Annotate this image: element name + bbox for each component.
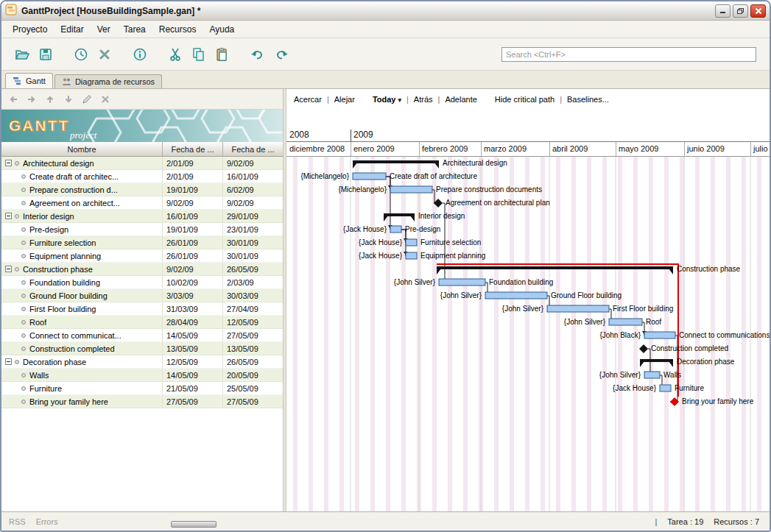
rss-link[interactable]: RSS xyxy=(9,517,26,526)
redo-button[interactable] xyxy=(270,43,293,66)
expander-icon[interactable] xyxy=(5,358,12,365)
schedule-button[interactable] xyxy=(69,43,93,66)
menu-proyecto[interactable]: Proyecto xyxy=(6,22,54,37)
task-bar[interactable] xyxy=(644,372,660,378)
expander-icon[interactable] xyxy=(5,213,12,219)
menu-recursos[interactable]: Recursos xyxy=(152,22,203,37)
weekend-stripe xyxy=(434,157,437,511)
task-row[interactable]: Equipment planning26/01/0930/01/09 xyxy=(1,249,283,263)
column-header-end[interactable]: Fecha de ... xyxy=(223,142,284,156)
task-row[interactable]: Interior design16/01/0929/01/09 xyxy=(1,210,283,223)
task-row[interactable]: First Floor building31/03/0927/04/09 xyxy=(1,302,283,316)
errors-link[interactable]: Errors xyxy=(36,517,58,526)
summary-bar[interactable] xyxy=(437,266,673,269)
task-row[interactable]: Walls14/05/0920/05/09 xyxy=(1,369,283,382)
task-row[interactable]: Prepare construction d...19/01/096/02/09 xyxy=(1,183,283,196)
task-bar[interactable] xyxy=(406,239,417,246)
task-date: 27/05/09 xyxy=(223,329,283,341)
baselines-button[interactable]: Baselines... xyxy=(567,95,609,104)
indent-right-button[interactable] xyxy=(24,91,40,107)
task-bar[interactable] xyxy=(660,385,671,391)
task-row[interactable]: Ground Floor building3/03/0930/03/09 xyxy=(1,289,283,302)
open-project-button[interactable] xyxy=(10,43,34,66)
menu-ver[interactable]: Ver xyxy=(91,22,117,37)
task-row[interactable]: Furniture selection26/01/0930/01/09 xyxy=(1,236,283,249)
task-bar[interactable] xyxy=(406,252,417,259)
task-bar[interactable] xyxy=(609,319,642,325)
copy-button[interactable] xyxy=(187,43,211,66)
minimize-button[interactable] xyxy=(715,4,730,18)
task-bar[interactable] xyxy=(390,186,432,193)
task-name: Agreement on architect... xyxy=(29,199,120,208)
cut-button[interactable] xyxy=(163,43,187,66)
task-row[interactable]: Bring your family here27/05/0927/05/09 xyxy=(1,395,283,408)
unlink-button[interactable] xyxy=(97,91,113,107)
title-bar[interactable]: GanttProject [HouseBuildingSample.gan] * xyxy=(1,1,770,21)
task-name-cell: Architectural design xyxy=(1,157,163,169)
hide-critical-path-button[interactable]: Hide critical path xyxy=(495,95,555,104)
task-date: 28/04/09 xyxy=(163,316,223,328)
separator xyxy=(401,95,414,104)
gantt-chart-canvas[interactable]: Architectural design{Michelangelo}Create… xyxy=(286,157,770,511)
task-bar[interactable] xyxy=(390,226,401,233)
zoom-in-button[interactable]: Acercar xyxy=(294,95,322,104)
indent-left-button[interactable] xyxy=(5,91,21,107)
task-row[interactable]: Furniture21/05/0925/05/09 xyxy=(1,382,283,395)
task-bar[interactable] xyxy=(353,173,386,180)
task-bar[interactable] xyxy=(485,292,547,299)
expander-icon[interactable] xyxy=(5,160,12,166)
menu-tarea[interactable]: Tarea xyxy=(117,22,152,37)
summary-bar[interactable] xyxy=(384,213,415,216)
close-button[interactable] xyxy=(750,4,766,18)
task-row[interactable]: Roof28/04/0912/05/09 xyxy=(1,316,283,329)
task-row[interactable]: Foundation building10/02/092/03/09 xyxy=(1,276,283,289)
properties-button[interactable] xyxy=(128,43,152,66)
today-dropdown[interactable]: Today▾ xyxy=(373,95,401,104)
task-bar[interactable] xyxy=(547,305,609,312)
horizontal-scrollbar-thumb[interactable] xyxy=(171,521,216,528)
task-date: 26/05/09 xyxy=(223,263,283,275)
task-bar[interactable] xyxy=(644,332,675,338)
edit-task-button[interactable] xyxy=(79,91,95,107)
save-project-button[interactable] xyxy=(34,43,57,66)
restore-button[interactable] xyxy=(733,4,748,18)
move-down-button[interactable] xyxy=(60,91,77,107)
scroll-forward-button[interactable]: Adelante xyxy=(445,95,476,104)
scroll-back-button[interactable]: Atrás xyxy=(414,95,433,104)
window-title: GanttProject [HouseBuildingSample.gan] * xyxy=(21,6,713,16)
tab-resources-chart[interactable]: Diagrama de recursos xyxy=(54,74,162,88)
undo-button[interactable] xyxy=(246,43,270,66)
task-bullet-icon xyxy=(15,360,19,364)
task-bar[interactable] xyxy=(439,279,485,285)
summary-bar[interactable] xyxy=(640,359,673,362)
task-row[interactable]: Agreement on architect...9/02/099/02/09 xyxy=(1,196,283,210)
task-label: Equipment planning xyxy=(420,252,485,260)
arrow-up-icon xyxy=(44,93,56,105)
task-name: Connect to communicat... xyxy=(29,331,122,340)
milestone-diamond[interactable] xyxy=(639,344,648,353)
delete-task-button[interactable] xyxy=(93,43,116,66)
gantt-chart[interactable]: Architectural design{Michelangelo}Create… xyxy=(286,157,770,511)
tab-gantt[interactable]: Gantt xyxy=(5,73,53,88)
paste-button[interactable] xyxy=(211,43,234,66)
zoom-out-button[interactable]: Alejar xyxy=(334,95,355,104)
tree-toolbar xyxy=(1,89,283,110)
column-header-name[interactable]: Nombre xyxy=(1,142,163,156)
menu-ayuda[interactable]: Ayuda xyxy=(203,22,241,37)
task-name-cell: Connect to communicat... xyxy=(1,329,163,341)
task-row[interactable]: Construction phase9/02/0926/05/09 xyxy=(1,263,283,276)
task-name: Bring your family here xyxy=(29,397,108,406)
task-row[interactable]: Create draft of architec...2/01/0916/01/… xyxy=(1,170,283,183)
column-header-start[interactable]: Fecha de ... xyxy=(163,142,223,156)
expander-icon[interactable] xyxy=(5,266,12,272)
menu-editar[interactable]: Editar xyxy=(54,22,90,37)
task-row[interactable]: Connect to communicat...14/05/0927/05/09 xyxy=(1,329,283,342)
task-row[interactable]: Decoration phase12/05/0926/05/09 xyxy=(1,355,283,369)
clock-icon xyxy=(73,46,89,63)
task-row[interactable]: Architectural design2/01/099/02/09 xyxy=(1,157,283,170)
move-up-button[interactable] xyxy=(42,91,58,107)
summary-bar[interactable] xyxy=(353,160,439,163)
task-row[interactable]: Construction completed13/05/0913/05/09 xyxy=(1,342,283,355)
task-row[interactable]: Pre-design19/01/0923/01/09 xyxy=(1,223,283,236)
search-input[interactable] xyxy=(501,47,756,62)
